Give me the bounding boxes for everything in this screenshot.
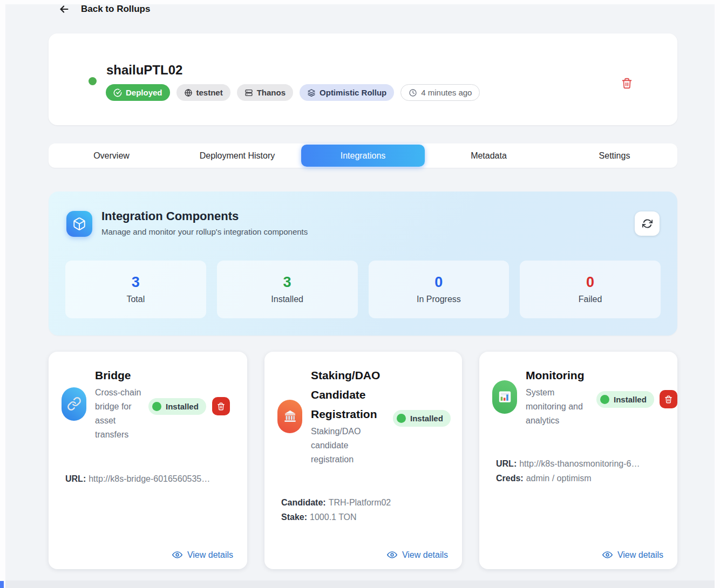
- app-screen: Back to Rollups shailuPTL02 Deployed tes…: [0, 0, 720, 588]
- eye-icon: [172, 550, 182, 560]
- stat-in-progress: 0 In Progress: [369, 261, 510, 318]
- network-badge-label: testnet: [196, 88, 223, 97]
- type-badge: Optimistic Rollup: [300, 84, 394, 101]
- meta-label: Candidate:: [281, 498, 326, 507]
- globe-icon: [184, 88, 193, 97]
- tab-bar: Overview Deployment History Integrations…: [49, 143, 677, 168]
- stat-total-label: Total: [126, 295, 145, 304]
- view-details-label: View details: [402, 550, 448, 560]
- stat-failed-label: Failed: [579, 295, 602, 304]
- installed-label: Installed: [166, 402, 199, 411]
- meta-row: URL:http://k8s-bridge-6016560535…: [65, 471, 210, 486]
- component-title: Bridge: [95, 366, 149, 385]
- view-details-link[interactable]: View details: [602, 550, 663, 560]
- bottom-strip: [5, 580, 715, 588]
- updated-badge-label: 4 minutes ago: [421, 88, 472, 97]
- tab-settings[interactable]: Settings: [553, 145, 676, 167]
- meta-row: Stake:1000.1 TON: [281, 510, 391, 524]
- stat-failed: 0 Failed: [520, 261, 661, 318]
- stat-in-progress-label: In Progress: [417, 295, 461, 304]
- component-header: Staking/DAO Candidate Registration Staki…: [277, 366, 384, 467]
- eye-icon: [602, 550, 613, 560]
- panel-title: Integration Components: [101, 209, 239, 223]
- stat-installed-label: Installed: [271, 295, 303, 304]
- meta-row: URL:http://k8s-thanosmonitoring-6…: [496, 456, 640, 471]
- network-badge: testnet: [176, 84, 230, 101]
- tab-deployment-history[interactable]: Deployment History: [175, 145, 299, 167]
- installed-badge: Installed: [148, 398, 206, 415]
- status-dot: [89, 77, 97, 85]
- meta-row: Candidate:TRH-Platform02: [281, 495, 391, 510]
- meta-value: http://k8s-bridge-6016560535…: [89, 474, 210, 483]
- package-cube-icon: [66, 211, 92, 237]
- component-card-bridge: Bridge Cross-chain bridge for asset tran…: [49, 352, 247, 569]
- component-description: Staking/DAO candidate registration: [311, 425, 384, 467]
- component-title: Staking/DAO Candidate Registration: [311, 366, 384, 424]
- view-details-label: View details: [617, 550, 663, 560]
- rollup-name: shailuPTL02: [106, 63, 182, 78]
- installed-label: Installed: [410, 414, 443, 423]
- installed-label: Installed: [614, 395, 647, 404]
- meta-label: URL:: [65, 474, 86, 483]
- meta-label: URL:: [496, 459, 517, 468]
- view-details-link[interactable]: View details: [172, 550, 233, 560]
- component-title: Monitoring: [526, 366, 594, 385]
- trash-icon: [621, 78, 633, 89]
- integration-components-panel: Integration Components Manage and monito…: [49, 192, 677, 336]
- trash-icon: [217, 402, 225, 411]
- component-description: System monitoring and analytics: [526, 386, 594, 428]
- stack-badge-label: Thanos: [257, 88, 286, 97]
- bar-chart-icon: [492, 380, 517, 414]
- trash-icon: [664, 395, 673, 404]
- meta-label: Creds:: [496, 474, 524, 483]
- component-text: Monitoring System monitoring and analyti…: [526, 366, 594, 428]
- updated-badge: 4 minutes ago: [400, 84, 480, 101]
- delete-component-button[interactable]: [660, 390, 677, 408]
- component-header: Bridge Cross-chain bridge for asset tran…: [62, 366, 149, 442]
- check-circle-icon: [113, 88, 122, 97]
- panel-subtitle: Manage and monitor your rollup's integra…: [101, 227, 308, 236]
- clock-icon: [409, 88, 417, 97]
- installed-dot-icon: [600, 395, 609, 404]
- component-card-staking-dao: Staking/DAO Candidate Registration Staki…: [264, 352, 462, 569]
- component-text: Bridge Cross-chain bridge for asset tran…: [95, 366, 149, 442]
- refresh-button[interactable]: [635, 211, 660, 236]
- stat-total: 3 Total: [65, 261, 206, 318]
- stat-installed: 3 Installed: [217, 261, 358, 318]
- bank-building-icon: [277, 400, 302, 433]
- meta-value: 1000.1 TON: [310, 512, 357, 522]
- type-badge-label: Optimistic Rollup: [320, 88, 386, 97]
- component-meta: Candidate:TRH-Platform02 Stake:1000.1 TO…: [281, 495, 391, 524]
- meta-label: Stake:: [281, 512, 307, 522]
- rollup-header-card: shailuPTL02 Deployed testnet Thanos Opti…: [49, 33, 677, 125]
- meta-row: Creds:admin / optimism: [496, 471, 640, 486]
- stats-row: 3 Total 3 Installed 0 In Progress 0 Fail…: [65, 261, 661, 318]
- installed-dot-icon: [152, 402, 161, 411]
- tab-metadata[interactable]: Metadata: [427, 145, 551, 167]
- delete-rollup-button[interactable]: [618, 74, 635, 92]
- scroll-indicator: [0, 581, 4, 588]
- stat-installed-value: 3: [283, 275, 291, 290]
- tab-overview[interactable]: Overview: [50, 145, 173, 167]
- component-card-monitoring: Monitoring System monitoring and analyti…: [479, 352, 677, 569]
- back-to-rollups-button[interactable]: Back to Rollups: [58, 3, 150, 15]
- back-label: Back to Rollups: [81, 4, 150, 15]
- component-text: Staking/DAO Candidate Registration Staki…: [311, 366, 384, 467]
- view-details-link[interactable]: View details: [387, 550, 448, 560]
- stat-failed-value: 0: [586, 275, 594, 290]
- component-description: Cross-chain bridge for asset transfers: [95, 386, 149, 442]
- status-badge: Deployed: [106, 84, 170, 101]
- installed-badge: Installed: [596, 391, 654, 408]
- installed-badge: Installed: [393, 410, 451, 427]
- refresh-icon: [642, 218, 653, 229]
- status-badge-label: Deployed: [126, 88, 162, 97]
- delete-component-button[interactable]: [212, 397, 230, 415]
- meta-value: admin / optimism: [526, 474, 592, 483]
- stack-badge: Thanos: [237, 84, 293, 101]
- eye-icon: [387, 550, 397, 560]
- component-header: Monitoring System monitoring and analyti…: [492, 366, 594, 428]
- tab-integrations[interactable]: Integrations: [301, 145, 425, 167]
- stat-in-progress-value: 0: [434, 275, 443, 290]
- server-icon: [244, 88, 253, 97]
- component-meta: URL:http://k8s-bridge-6016560535…: [65, 471, 210, 486]
